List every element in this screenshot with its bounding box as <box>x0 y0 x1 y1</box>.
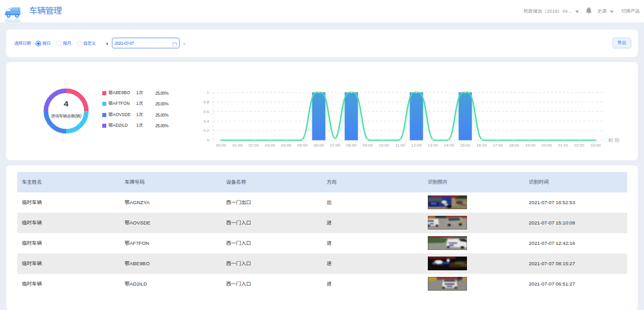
svg-text:05:00: 05:00 <box>298 143 308 148</box>
svg-text:21:00: 21:00 <box>558 143 569 148</box>
svg-text:18:00: 18:00 <box>509 143 520 148</box>
svg-text:08:00: 08:00 <box>346 143 357 148</box>
svg-text:0.4: 0.4 <box>203 119 210 124</box>
svg-text:15:00: 15:00 <box>460 143 471 148</box>
svg-text:01:00: 01:00 <box>232 143 243 148</box>
svg-text:时间: 时间 <box>608 137 620 143</box>
svg-text:04:00: 04:00 <box>281 143 292 148</box>
svg-text:09:00: 09:00 <box>363 143 373 148</box>
svg-text:16:00: 16:00 <box>477 143 487 148</box>
svg-text:0: 0 <box>207 138 210 143</box>
svg-text:23:00: 23:00 <box>591 143 601 148</box>
svg-text:0.2: 0.2 <box>203 128 210 133</box>
svg-text:17:00: 17:00 <box>493 143 504 148</box>
svg-text:00:00: 00:00 <box>216 143 227 148</box>
svg-text:20:00: 20:00 <box>542 143 552 148</box>
svg-text:10:00: 10:00 <box>379 143 390 148</box>
svg-text:13:00: 13:00 <box>428 143 438 148</box>
svg-text:1: 1 <box>207 90 210 95</box>
svg-text:12:00: 12:00 <box>412 143 422 148</box>
svg-text:02:00: 02:00 <box>249 143 259 148</box>
svg-text:03:00: 03:00 <box>265 143 276 148</box>
svg-text:11:00: 11:00 <box>395 143 405 148</box>
svg-text:0.6: 0.6 <box>203 109 210 114</box>
svg-text:14:00: 14:00 <box>444 143 455 148</box>
svg-text:0.8: 0.8 <box>203 100 210 104</box>
svg-text:07:00: 07:00 <box>330 143 341 148</box>
svg-text:19:00: 19:00 <box>525 143 536 148</box>
svg-text:06:00: 06:00 <box>314 143 325 148</box>
svg-text:22:00: 22:00 <box>574 143 585 148</box>
